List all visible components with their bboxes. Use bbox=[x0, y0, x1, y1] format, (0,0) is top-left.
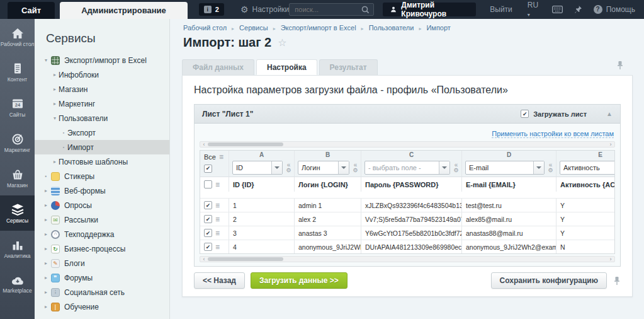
pin-icon[interactable] bbox=[616, 61, 624, 70]
menu-item[interactable]: ▸ Техподдержка bbox=[35, 227, 169, 241]
column-tools[interactable]: «⚙ bbox=[285, 163, 293, 173]
rail-item-sites[interactable]: 24 Сайты bbox=[0, 90, 35, 125]
breadcrumb-link[interactable]: Пользователи bbox=[356, 24, 414, 32]
language-selector[interactable]: RU ▾ bbox=[528, 1, 541, 18]
help-button[interactable]: ? Помощь bbox=[594, 5, 635, 14]
tree-marker-icon[interactable]: ▸ bbox=[42, 202, 50, 208]
drag-handle-icon[interactable]: ≡ bbox=[215, 180, 220, 189]
menu-item[interactable]: ▸ Маркетинг bbox=[35, 96, 169, 111]
drag-handle-icon[interactable]: ≡ bbox=[215, 201, 220, 210]
column-tools[interactable]: «⚙ bbox=[351, 163, 359, 173]
tree-marker-icon[interactable]: ▸ bbox=[51, 72, 59, 78]
row-checkbox[interactable] bbox=[204, 243, 212, 251]
rail-item-marketing[interactable]: Маркетинг bbox=[0, 125, 35, 160]
apply-to-all-sheets-link[interactable]: Применить настройки ко всем листам bbox=[492, 130, 614, 138]
tree-marker-icon[interactable]: ▸ bbox=[42, 289, 50, 295]
tab-data-file[interactable]: Файл данных bbox=[182, 59, 254, 75]
tree-marker-icon[interactable]: ▸ bbox=[42, 217, 50, 223]
tree-marker-icon[interactable]: ▸ bbox=[51, 101, 59, 107]
tree-marker-icon[interactable]: ▸ bbox=[42, 246, 50, 252]
logout-button[interactable]: Выйти bbox=[490, 5, 512, 14]
scroll-right-icon[interactable]: › bbox=[607, 142, 614, 147]
collapse-panel-icon[interactable]: ▲ bbox=[606, 110, 613, 117]
menu-item[interactable]: ▪ Стикеры bbox=[35, 169, 169, 183]
menu-item[interactable]: ▸ Бизнес-процессы bbox=[35, 241, 169, 256]
tree-marker-icon[interactable]: ▪ bbox=[60, 130, 67, 135]
menu-item[interactable]: ▸ Рассылки bbox=[35, 212, 169, 227]
row-checkbox[interactable] bbox=[204, 201, 212, 209]
tab-settings[interactable]: Настройка bbox=[256, 59, 317, 75]
settings-button[interactable]: ⚙ Настройки bbox=[240, 5, 289, 14]
scrollbar-thumb[interactable] bbox=[208, 142, 283, 146]
field-select-d[interactable]: E-mail bbox=[465, 161, 545, 175]
field-select-b[interactable]: Логин bbox=[298, 161, 349, 175]
pin-icon[interactable] bbox=[613, 276, 621, 286]
notifications-badge[interactable]: i 2 bbox=[199, 3, 224, 16]
rail-item-marketplace[interactable]: Marketplace bbox=[0, 266, 35, 301]
rail-item-shop[interactable]: Магазин bbox=[0, 160, 35, 195]
scrollbar-thumb[interactable] bbox=[208, 257, 283, 261]
menu-item[interactable]: ▸ Почтовые шаблоны bbox=[35, 154, 169, 169]
rail-item-desktop[interactable]: Рабочий стол bbox=[0, 19, 35, 54]
row-checkbox[interactable] bbox=[204, 215, 212, 223]
search-icon[interactable] bbox=[361, 6, 370, 14]
breadcrumb-link[interactable]: Экспорт/импорт в Excel bbox=[268, 24, 356, 32]
field-select-a[interactable]: ID bbox=[232, 161, 283, 175]
tree-marker-icon[interactable]: ▪ bbox=[42, 173, 50, 179]
field-select-e[interactable]: Активность bbox=[560, 161, 615, 175]
site-tab[interactable]: Сайт bbox=[8, 2, 55, 19]
search-box[interactable] bbox=[289, 3, 374, 16]
tree-marker-icon[interactable]: ▸ bbox=[51, 159, 59, 165]
scroll-right-icon[interactable]: › bbox=[607, 257, 614, 262]
tab-result[interactable]: Результат bbox=[319, 59, 378, 75]
menu-item[interactable]: ▸ Веб-формы bbox=[35, 183, 169, 198]
tree-marker-icon[interactable]: ▾ bbox=[51, 115, 59, 121]
tree-marker-icon[interactable]: ▪ bbox=[60, 145, 67, 149]
menu-item[interactable]: ▪ Экспорт bbox=[35, 125, 169, 140]
drag-handle-icon[interactable]: ≡ bbox=[215, 229, 220, 238]
rail-item-content[interactable]: Контент bbox=[0, 54, 35, 90]
favorite-star-icon[interactable]: ☆ bbox=[278, 37, 286, 49]
column-tools[interactable]: «⚙ bbox=[546, 163, 555, 173]
tree-marker-icon[interactable]: ▸ bbox=[42, 304, 50, 310]
menu-item[interactable]: ▾ Экспорт/импорт в Excel bbox=[35, 53, 169, 67]
menu-item[interactable]: ▸ Инфоблоки bbox=[35, 67, 169, 82]
drag-handle-icon[interactable]: ≡ bbox=[215, 243, 220, 252]
save-configuration-button[interactable]: Сохранить конфигурацию bbox=[491, 272, 607, 289]
menu-item[interactable]: ▪ Импорт bbox=[35, 140, 169, 154]
horizontal-scrollbar-top[interactable]: ‹ › bbox=[200, 141, 615, 148]
menu-item[interactable]: ▸ Обучение bbox=[35, 299, 169, 314]
menu-item[interactable]: ▾ Пользователи bbox=[35, 111, 169, 125]
tree-marker-icon[interactable]: ▸ bbox=[51, 86, 59, 92]
scroll-left-icon[interactable]: ‹ bbox=[200, 142, 208, 147]
load-data-button[interactable]: Загрузить данные >> bbox=[251, 272, 347, 289]
field-select-c[interactable]: - выбрать поле - bbox=[364, 161, 450, 175]
horizontal-scrollbar-bottom[interactable]: ‹ › bbox=[200, 256, 615, 262]
back-button[interactable]: << Назад bbox=[194, 272, 245, 289]
breadcrumb-link[interactable]: Рабочий стол bbox=[183, 24, 227, 32]
pin-toolbar-button[interactable] bbox=[574, 5, 582, 14]
tree-marker-icon[interactable]: ▸ bbox=[42, 188, 50, 194]
drag-handle-icon[interactable]: ≡ bbox=[219, 153, 223, 161]
tree-marker-icon[interactable]: ▸ bbox=[42, 260, 50, 266]
menu-item[interactable]: ▸ Социальная сеть bbox=[35, 285, 169, 299]
breadcrumb-link[interactable]: Сервисы bbox=[227, 24, 268, 32]
header-checkbox[interactable] bbox=[204, 180, 212, 188]
select-all-checkbox[interactable] bbox=[204, 165, 212, 173]
menu-item[interactable]: ▸ Форумы bbox=[35, 270, 169, 285]
scroll-left-icon[interactable]: ‹ bbox=[200, 257, 208, 262]
menu-item[interactable]: ▸ Опросы bbox=[35, 198, 169, 212]
breadcrumb-link[interactable]: Импорт bbox=[414, 24, 450, 32]
rail-item-analytics[interactable]: Аналитика bbox=[0, 231, 35, 266]
column-tools[interactable]: «⚙ bbox=[452, 163, 460, 173]
user-menu[interactable]: Дмитрий Кривочуров bbox=[383, 3, 476, 16]
tree-marker-icon[interactable]: ▾ bbox=[42, 57, 50, 63]
menu-item[interactable]: ▸ Блоги bbox=[35, 256, 169, 270]
row-checkbox[interactable] bbox=[204, 229, 212, 237]
drag-handle-icon[interactable]: ≡ bbox=[215, 215, 220, 224]
tree-marker-icon[interactable]: ▸ bbox=[42, 231, 50, 237]
admin-tab[interactable]: Администрирование bbox=[60, 2, 188, 19]
rail-item-services[interactable]: Сервисы bbox=[0, 195, 35, 231]
menu-item[interactable]: ▸ Магазин bbox=[35, 82, 169, 96]
tree-marker-icon[interactable]: ▸ bbox=[42, 275, 50, 281]
